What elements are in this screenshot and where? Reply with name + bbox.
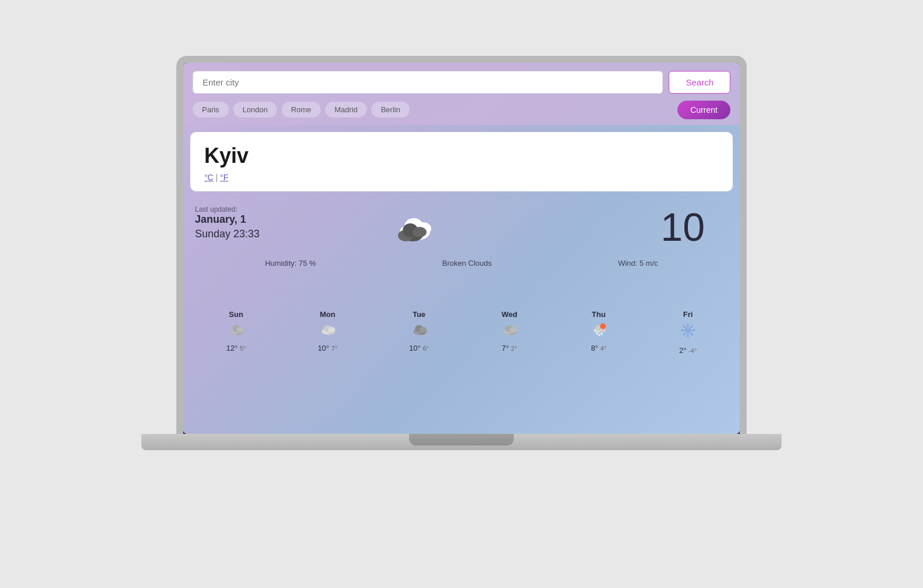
- city-chip-berlin[interactable]: Berlin: [371, 102, 409, 117]
- current-temperature: 10: [661, 204, 705, 250]
- last-updated-label: Last updated:: [195, 205, 260, 213]
- svg-point-39: [683, 325, 685, 327]
- wind-detail: Wind: 5 m/c: [618, 259, 658, 268]
- laptop-screen: Search Paris London Rome Madrid Berlin C…: [176, 56, 747, 434]
- search-input[interactable]: [193, 71, 663, 94]
- forecast-day-fri: Fri: [679, 310, 697, 355]
- weather-app: Search Paris London Rome Madrid Berlin C…: [183, 63, 740, 434]
- svg-point-37: [681, 329, 683, 332]
- humidity-detail: Humidity: 75 %: [265, 259, 315, 268]
- laptop-shell: Search Paris London Rome Madrid Berlin C…: [112, 56, 811, 533]
- city-info-card: Kyiv °C | °F: [190, 132, 733, 191]
- forecast-day-sun: Sun 12° 5°: [226, 310, 246, 355]
- forecast-temps-wed: 7° 2°: [502, 344, 517, 352]
- svg-point-38: [693, 329, 695, 332]
- forecast-temps-sun: 12° 5°: [226, 344, 246, 352]
- forecast-day-name-fri: Fri: [683, 310, 693, 319]
- svg-point-27: [600, 323, 606, 329]
- search-row: Search: [193, 71, 730, 94]
- celsius-link[interactable]: °C: [204, 173, 214, 182]
- forecast-day-name-sun: Sun: [229, 310, 243, 319]
- svg-point-40: [691, 333, 693, 336]
- weather-details-row: Humidity: 75 % Broken Clouds Wind: 5 m/c: [193, 254, 730, 272]
- forecast-day-mon: Mon 10° 7°: [318, 310, 338, 355]
- forecast-day-name-thu: Thu: [592, 310, 606, 319]
- forecast-icon-thu: [590, 322, 608, 340]
- unit-separator: |: [216, 173, 221, 182]
- condition-detail: Broken Clouds: [442, 259, 492, 268]
- weather-date: January, 1: [195, 213, 260, 226]
- forecast-icon-fri: [679, 322, 697, 343]
- forecast-temps-thu: 8° 4°: [591, 344, 606, 352]
- svg-point-23: [510, 327, 517, 333]
- svg-point-7: [413, 227, 427, 237]
- weather-datetime: Sunday 23:33: [195, 228, 260, 240]
- forecast-temps-fri: 2° -4°: [679, 346, 697, 355]
- city-chip-madrid[interactable]: Madrid: [325, 102, 367, 117]
- forecast-icon-wed: [500, 322, 518, 340]
- svg-point-29: [598, 334, 600, 336]
- svg-point-19: [420, 327, 427, 333]
- fahrenheit-link[interactable]: °F: [220, 173, 228, 182]
- search-button[interactable]: Search: [669, 71, 730, 94]
- city-name: Kyiv: [204, 144, 719, 168]
- forecast-day-thu: Thu: [590, 310, 608, 355]
- app-header: Search Paris London Rome Madrid Berlin C…: [183, 63, 740, 125]
- svg-point-35: [687, 323, 689, 326]
- city-chip-rome[interactable]: Rome: [282, 102, 321, 117]
- svg-point-28: [596, 333, 598, 334]
- current-weather-icon: [392, 210, 438, 249]
- svg-point-11: [237, 327, 244, 333]
- forecast-temps-mon: 10° 7°: [318, 344, 338, 352]
- forecast-icon-mon: [319, 322, 336, 340]
- forecast-day-name-mon: Mon: [320, 310, 335, 319]
- forecast-temps-tue: 10° 6°: [409, 344, 429, 352]
- forecast-icon-tue: [410, 322, 428, 340]
- svg-point-36: [687, 335, 689, 337]
- city-chip-paris[interactable]: Paris: [193, 102, 229, 117]
- weather-display: Last updated: January, 1 Sunday 23:33: [183, 198, 740, 303]
- temperature-unit-toggle: °C | °F: [204, 173, 719, 182]
- forecast-day-tue: Tue 10° 6°: [409, 310, 429, 355]
- current-location-button[interactable]: Current: [677, 101, 730, 119]
- quick-cities-row: Paris London Rome Madrid Berlin Current: [193, 101, 730, 119]
- weather-info-left: Last updated: January, 1 Sunday 23:33: [195, 205, 260, 240]
- laptop-base: [141, 434, 782, 450]
- svg-point-30: [601, 333, 602, 334]
- forecast-row: Sun 12° 5° Mon: [183, 305, 740, 359]
- forecast-day-wed: Wed 7° 2°: [500, 310, 518, 355]
- svg-point-42: [683, 333, 685, 336]
- svg-point-15: [328, 327, 335, 333]
- city-chip-london[interactable]: London: [233, 102, 277, 117]
- svg-point-41: [691, 325, 693, 327]
- forecast-day-name-wed: Wed: [502, 310, 517, 319]
- forecast-icon-sun: [228, 322, 245, 340]
- forecast-day-name-tue: Tue: [413, 310, 425, 319]
